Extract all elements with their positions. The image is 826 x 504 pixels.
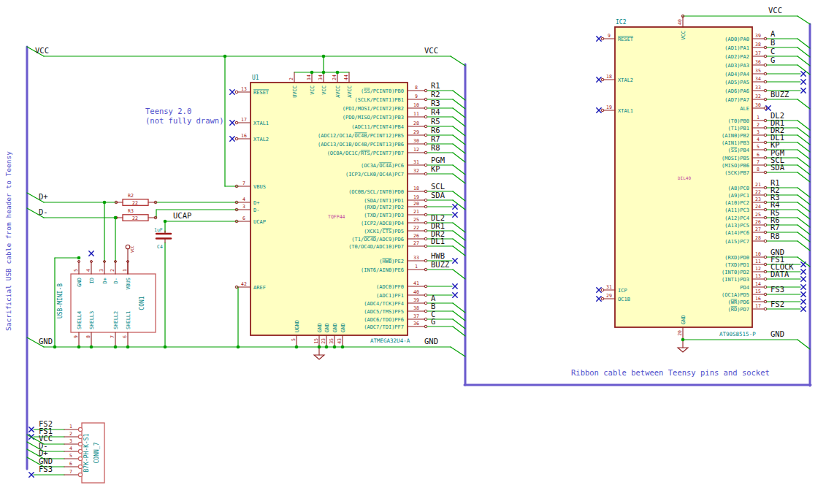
wire[interactable]: [451, 347, 465, 356]
wire[interactable]: [453, 246, 465, 256]
wire[interactable]: [798, 16, 810, 24]
wire[interactable]: [453, 231, 465, 240]
wire[interactable]: [798, 142, 810, 152]
net-label[interactable]: SCL: [431, 182, 445, 191]
note-teensy: Teensy 2.0: [145, 107, 191, 115]
component-value[interactable]: ATMEGA32U4-A: [370, 337, 410, 344]
wire[interactable]: [453, 200, 465, 210]
wire[interactable]: [798, 195, 810, 205]
wire[interactable]: [798, 135, 810, 145]
wire[interactable]: [453, 223, 465, 232]
wire[interactable]: [798, 165, 810, 175]
net-label-gnd[interactable]: GND: [770, 329, 784, 338]
net-label[interactable]: R4: [431, 107, 440, 116]
wire[interactable]: [798, 225, 810, 234]
component-value[interactable]: 22: [132, 215, 138, 221]
wire[interactable]: [453, 303, 465, 313]
wire[interactable]: [798, 172, 810, 182]
net-label[interactable]: R8: [431, 143, 440, 152]
net-label[interactable]: R3: [431, 99, 440, 107]
net-label[interactable]: HWB: [431, 251, 445, 260]
component-ref[interactable]: CON1: [139, 296, 145, 310]
component-value[interactable]: AT90S8515-P: [719, 331, 756, 337]
net-label-dplus[interactable]: D+: [39, 192, 48, 201]
component-ref[interactable]: U1: [252, 75, 259, 81]
wire[interactable]: [453, 108, 465, 118]
net-label[interactable]: A: [770, 29, 776, 38]
wire[interactable]: [453, 319, 465, 329]
ground-icon: [678, 348, 688, 352]
net-label[interactable]: DL1: [431, 237, 445, 245]
net-label[interactable]: DATA: [770, 270, 789, 278]
wire[interactable]: [798, 210, 810, 219]
component-value[interactable]: USB-MINI-B: [57, 283, 64, 318]
wire[interactable]: [798, 158, 810, 167]
pin-circle: [424, 259, 427, 262]
net-label[interactable]: PGM: [431, 156, 445, 164]
net-label[interactable]: BUZZ: [431, 260, 449, 269]
net-label[interactable]: FS3: [39, 465, 53, 473]
component-value[interactable]: 1uF: [154, 227, 163, 233]
component-ref[interactable]: CONN_7: [93, 442, 100, 463]
net-label[interactable]: SDA: [770, 163, 785, 172]
net-label[interactable]: SDA: [431, 191, 445, 199]
component-ref[interactable]: C4: [157, 244, 163, 250]
wire[interactable]: [798, 121, 810, 130]
net-label-dminus[interactable]: D-: [39, 207, 48, 216]
net-label[interactable]: R6: [431, 126, 440, 134]
wire[interactable]: [798, 99, 810, 109]
net-label-vcc[interactable]: VCC: [424, 46, 438, 55]
component-value[interactable]: 22: [132, 200, 138, 206]
net-label[interactable]: FS2: [770, 299, 784, 308]
wire[interactable]: [798, 202, 810, 212]
net-label-vcc[interactable]: VCC: [768, 6, 782, 15]
wire[interactable]: [798, 241, 810, 251]
net-label-ucap[interactable]: UCAP: [173, 211, 191, 220]
component-ref[interactable]: R2: [128, 193, 134, 199]
wire[interactable]: [798, 218, 810, 227]
net-label-gnd[interactable]: GND: [424, 337, 438, 345]
wire[interactable]: [453, 99, 465, 109]
net-label[interactable]: R2: [431, 90, 440, 99]
net-label[interactable]: R8: [770, 232, 780, 240]
net-label[interactable]: R1: [431, 81, 440, 90]
wire[interactable]: [453, 91, 465, 100]
wire[interactable]: [798, 232, 810, 242]
wire[interactable]: [453, 327, 465, 336]
net-label[interactable]: R5: [431, 117, 440, 126]
wire[interactable]: [453, 135, 465, 145]
wire[interactable]: [798, 340, 810, 349]
wire[interactable]: [453, 311, 465, 321]
wire[interactable]: [798, 56, 810, 66]
wire[interactable]: [453, 117, 465, 126]
wire[interactable]: [453, 144, 465, 153]
net-label[interactable]: R7: [770, 223, 780, 232]
net-label[interactable]: BUZZ: [770, 90, 789, 99]
wire[interactable]: [453, 239, 465, 248]
wire[interactable]: [798, 188, 810, 197]
net-label[interactable]: R7: [431, 134, 440, 143]
component-ref[interactable]: R3: [128, 208, 134, 214]
wire[interactable]: [798, 150, 810, 159]
wire[interactable]: [798, 39, 810, 48]
component-ref[interactable]: IC2: [616, 19, 627, 26]
wire[interactable]: [453, 153, 465, 162]
wire[interactable]: [451, 56, 465, 66]
wire[interactable]: [798, 47, 810, 57]
net-label[interactable]: FS3: [770, 285, 784, 294]
wire[interactable]: [453, 191, 465, 201]
wire[interactable]: [453, 174, 465, 183]
net-label[interactable]: B: [770, 38, 775, 47]
wire[interactable]: [453, 126, 465, 136]
net-label-vcc[interactable]: VCC: [35, 46, 49, 55]
net-label[interactable]: G: [431, 317, 435, 326]
wire[interactable]: [453, 165, 465, 175]
component-value[interactable]: B7K-PH-K-S1: [83, 433, 90, 472]
wire[interactable]: [453, 270, 465, 279]
net-label-gnd[interactable]: GND: [39, 337, 53, 345]
net-label[interactable]: KP: [431, 164, 440, 173]
wire[interactable]: [798, 128, 810, 137]
net-label[interactable]: G: [770, 56, 775, 64]
net-label[interactable]: C: [770, 47, 775, 56]
junction-dot: [126, 345, 130, 349]
